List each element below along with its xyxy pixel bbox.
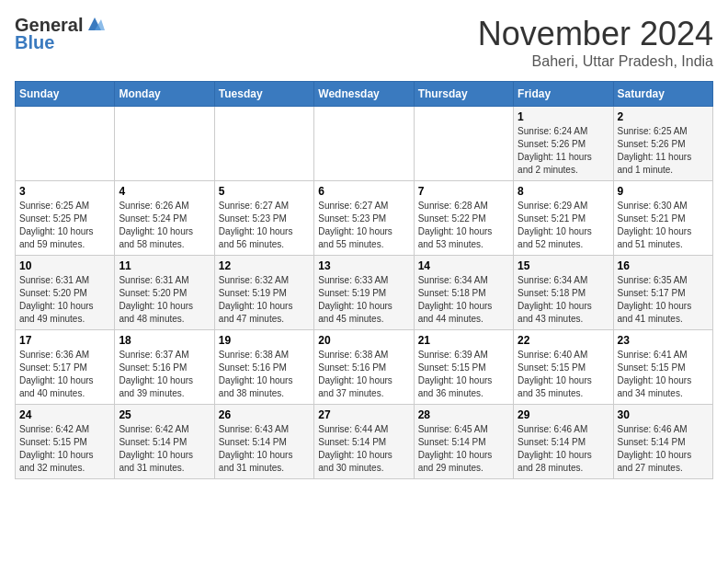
day-cell: 19Sunrise: 6:38 AMSunset: 5:16 PMDayligh… <box>214 330 313 405</box>
week-row-4: 17Sunrise: 6:36 AMSunset: 5:17 PMDayligh… <box>16 330 713 405</box>
day-detail: Sunrise: 6:29 AMSunset: 5:21 PMDaylight:… <box>518 200 609 251</box>
day-detail: Sunrise: 6:34 AMSunset: 5:18 PMDaylight:… <box>418 274 509 326</box>
day-cell: 7Sunrise: 6:28 AMSunset: 5:22 PMDaylight… <box>414 181 513 256</box>
col-header-wednesday: Wednesday <box>314 82 414 107</box>
day-number: 17 <box>19 334 110 347</box>
day-number: 24 <box>19 408 110 421</box>
day-cell: 4Sunrise: 6:26 AMSunset: 5:24 PMDaylight… <box>115 181 214 256</box>
col-header-friday: Friday <box>514 82 613 107</box>
day-cell: 3Sunrise: 6:25 AMSunset: 5:25 PMDaylight… <box>16 181 115 256</box>
day-detail: Sunrise: 6:45 AMSunset: 5:14 PMDaylight:… <box>418 423 509 475</box>
day-cell: 21Sunrise: 6:39 AMSunset: 5:15 PMDayligh… <box>414 330 513 405</box>
day-detail: Sunrise: 6:39 AMSunset: 5:15 PMDaylight:… <box>418 349 509 400</box>
day-cell: 11Sunrise: 6:31 AMSunset: 5:20 PMDayligh… <box>115 256 214 330</box>
title-block: November 2024 Baheri, Uttar Pradesh, Ind… <box>478 15 713 70</box>
day-cell: 12Sunrise: 6:32 AMSunset: 5:19 PMDayligh… <box>214 256 313 330</box>
day-cell: 28Sunrise: 6:45 AMSunset: 5:14 PMDayligh… <box>414 405 513 479</box>
day-cell <box>115 107 214 181</box>
day-detail: Sunrise: 6:26 AMSunset: 5:24 PMDaylight:… <box>119 200 210 251</box>
day-detail: Sunrise: 6:38 AMSunset: 5:16 PMDaylight:… <box>318 349 409 400</box>
day-detail: Sunrise: 6:25 AMSunset: 5:25 PMDaylight:… <box>19 200 110 251</box>
calendar-table: SundayMondayTuesdayWednesdayThursdayFrid… <box>15 81 713 479</box>
day-number: 6 <box>318 185 409 198</box>
header-row: SundayMondayTuesdayWednesdayThursdayFrid… <box>16 82 713 107</box>
day-number: 4 <box>119 185 210 198</box>
day-detail: Sunrise: 6:31 AMSunset: 5:20 PMDaylight:… <box>19 274 110 326</box>
day-number: 2 <box>618 110 709 123</box>
day-number: 15 <box>518 259 609 272</box>
week-row-5: 24Sunrise: 6:42 AMSunset: 5:15 PMDayligh… <box>16 405 713 479</box>
day-cell: 1Sunrise: 6:24 AMSunset: 5:26 PMDaylight… <box>514 107 613 181</box>
day-cell: 16Sunrise: 6:35 AMSunset: 5:17 PMDayligh… <box>613 256 712 330</box>
day-detail: Sunrise: 6:42 AMSunset: 5:15 PMDaylight:… <box>19 423 110 475</box>
col-header-saturday: Saturday <box>613 82 712 107</box>
day-detail: Sunrise: 6:44 AMSunset: 5:14 PMDaylight:… <box>318 423 409 475</box>
day-number: 29 <box>518 408 609 421</box>
day-number: 7 <box>418 185 509 198</box>
day-cell: 8Sunrise: 6:29 AMSunset: 5:21 PMDaylight… <box>514 181 613 256</box>
day-detail: Sunrise: 6:46 AMSunset: 5:14 PMDaylight:… <box>518 423 609 475</box>
day-cell: 13Sunrise: 6:33 AMSunset: 5:19 PMDayligh… <box>314 256 414 330</box>
day-detail: Sunrise: 6:31 AMSunset: 5:20 PMDaylight:… <box>119 274 210 326</box>
day-detail: Sunrise: 6:38 AMSunset: 5:16 PMDaylight:… <box>219 349 310 400</box>
day-number: 13 <box>318 259 409 272</box>
day-number: 10 <box>19 259 110 272</box>
day-detail: Sunrise: 6:28 AMSunset: 5:22 PMDaylight:… <box>418 200 509 251</box>
day-number: 19 <box>219 334 310 347</box>
day-cell: 6Sunrise: 6:27 AMSunset: 5:23 PMDaylight… <box>314 181 414 256</box>
day-cell: 14Sunrise: 6:34 AMSunset: 5:18 PMDayligh… <box>414 256 513 330</box>
day-number: 22 <box>518 334 609 347</box>
day-detail: Sunrise: 6:40 AMSunset: 5:15 PMDaylight:… <box>518 349 609 400</box>
day-cell: 22Sunrise: 6:40 AMSunset: 5:15 PMDayligh… <box>514 330 613 405</box>
day-cell: 24Sunrise: 6:42 AMSunset: 5:15 PMDayligh… <box>16 405 115 479</box>
day-cell <box>16 107 115 181</box>
week-row-1: 1Sunrise: 6:24 AMSunset: 5:26 PMDaylight… <box>16 107 713 181</box>
day-detail: Sunrise: 6:33 AMSunset: 5:19 PMDaylight:… <box>318 274 409 326</box>
day-detail: Sunrise: 6:27 AMSunset: 5:23 PMDaylight:… <box>219 200 310 251</box>
week-row-3: 10Sunrise: 6:31 AMSunset: 5:20 PMDayligh… <box>16 256 713 330</box>
col-header-monday: Monday <box>115 82 214 107</box>
day-cell: 30Sunrise: 6:46 AMSunset: 5:14 PMDayligh… <box>613 405 712 479</box>
day-detail: Sunrise: 6:36 AMSunset: 5:17 PMDaylight:… <box>19 349 110 400</box>
day-detail: Sunrise: 6:25 AMSunset: 5:26 PMDaylight:… <box>618 125 709 177</box>
day-cell: 25Sunrise: 6:42 AMSunset: 5:14 PMDayligh… <box>115 405 214 479</box>
day-cell <box>414 107 513 181</box>
day-number: 9 <box>618 185 709 198</box>
day-detail: Sunrise: 6:30 AMSunset: 5:21 PMDaylight:… <box>618 200 709 251</box>
day-detail: Sunrise: 6:42 AMSunset: 5:14 PMDaylight:… <box>119 423 210 475</box>
day-cell: 29Sunrise: 6:46 AMSunset: 5:14 PMDayligh… <box>514 405 613 479</box>
day-cell: 2Sunrise: 6:25 AMSunset: 5:26 PMDaylight… <box>613 107 712 181</box>
day-detail: Sunrise: 6:35 AMSunset: 5:17 PMDaylight:… <box>618 274 709 326</box>
month-title: November 2024 <box>478 15 713 53</box>
logo: General Blue <box>15 15 105 53</box>
day-number: 20 <box>318 334 409 347</box>
day-number: 16 <box>618 259 709 272</box>
day-number: 8 <box>518 185 609 198</box>
day-number: 12 <box>219 259 310 272</box>
day-number: 25 <box>119 408 210 421</box>
day-number: 26 <box>219 408 310 421</box>
col-header-thursday: Thursday <box>414 82 513 107</box>
day-detail: Sunrise: 6:24 AMSunset: 5:26 PMDaylight:… <box>518 125 609 177</box>
day-cell: 10Sunrise: 6:31 AMSunset: 5:20 PMDayligh… <box>16 256 115 330</box>
day-detail: Sunrise: 6:41 AMSunset: 5:15 PMDaylight:… <box>618 349 709 400</box>
day-detail: Sunrise: 6:32 AMSunset: 5:19 PMDaylight:… <box>219 274 310 326</box>
day-number: 18 <box>119 334 210 347</box>
logo-icon <box>85 14 105 34</box>
day-detail: Sunrise: 6:34 AMSunset: 5:18 PMDaylight:… <box>518 274 609 326</box>
col-header-sunday: Sunday <box>16 82 115 107</box>
day-number: 27 <box>318 408 409 421</box>
day-cell: 5Sunrise: 6:27 AMSunset: 5:23 PMDaylight… <box>214 181 313 256</box>
day-cell <box>314 107 414 181</box>
day-detail: Sunrise: 6:43 AMSunset: 5:14 PMDaylight:… <box>219 423 310 475</box>
day-number: 14 <box>418 259 509 272</box>
day-detail: Sunrise: 6:27 AMSunset: 5:23 PMDaylight:… <box>318 200 409 251</box>
day-number: 5 <box>219 185 310 198</box>
day-number: 30 <box>618 408 709 421</box>
day-cell: 17Sunrise: 6:36 AMSunset: 5:17 PMDayligh… <box>16 330 115 405</box>
day-cell: 15Sunrise: 6:34 AMSunset: 5:18 PMDayligh… <box>514 256 613 330</box>
page-header: General Blue November 2024 Baheri, Uttar… <box>15 15 713 70</box>
week-row-2: 3Sunrise: 6:25 AMSunset: 5:25 PMDaylight… <box>16 181 713 256</box>
day-cell: 9Sunrise: 6:30 AMSunset: 5:21 PMDaylight… <box>613 181 712 256</box>
day-number: 11 <box>119 259 210 272</box>
